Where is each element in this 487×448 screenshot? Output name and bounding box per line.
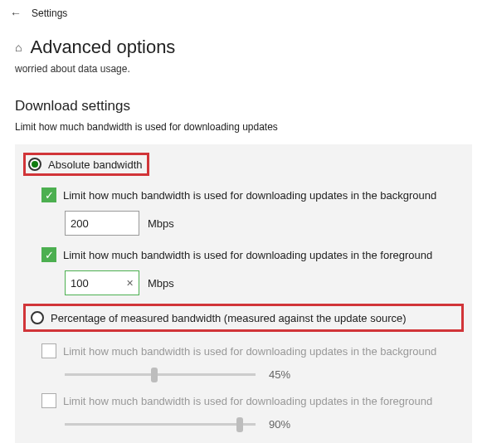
- download-section-desc: Limit how much bandwidth is used for dow…: [15, 121, 472, 133]
- checkbox-abs-background-label: Limit how much bandwidth is used for dow…: [63, 189, 436, 202]
- input-abs-foreground-value: 100: [71, 277, 89, 290]
- slider-pct-background[interactable]: [65, 367, 256, 382]
- slider-thumb-bg[interactable]: [151, 368, 158, 382]
- download-options-panel: Absolute bandwidth ✓ Limit how much band…: [15, 144, 472, 443]
- home-icon[interactable]: ⌂: [15, 41, 22, 54]
- input-abs-background[interactable]: 200: [65, 211, 139, 236]
- absolute-highlight: Absolute bandwidth: [23, 153, 149, 176]
- window-title: Settings: [32, 7, 67, 19]
- checkbox-pct-foreground[interactable]: [41, 393, 56, 408]
- slider-thumb-fg[interactable]: [236, 417, 243, 432]
- slider-pct-foreground-value: 90%: [269, 418, 302, 431]
- radio-absolute[interactable]: [28, 158, 41, 171]
- checkbox-pct-background-label: Limit how much bandwidth is used for dow…: [63, 345, 436, 358]
- checkbox-abs-background[interactable]: ✓: [41, 187, 56, 202]
- checkbox-abs-foreground[interactable]: ✓: [41, 247, 56, 262]
- radio-absolute-label: Absolute bandwidth: [48, 158, 142, 171]
- checkbox-abs-foreground-label: Limit how much bandwidth is used for dow…: [63, 249, 432, 261]
- input-abs-background-value: 200: [71, 217, 89, 230]
- download-section-title: Download settings: [15, 98, 472, 114]
- percentage-highlight: Percentage of measured bandwidth (measur…: [23, 304, 464, 332]
- page-title: Advanced options: [30, 37, 175, 58]
- unit-abs-background: Mbps: [148, 217, 174, 230]
- checkbox-pct-background[interactable]: [41, 343, 56, 358]
- input-abs-foreground[interactable]: 100 ✕: [65, 270, 139, 295]
- radio-percentage[interactable]: [31, 311, 44, 324]
- radio-percentage-label: Percentage of measured bandwidth (measur…: [51, 312, 407, 324]
- unit-abs-foreground: Mbps: [148, 277, 174, 290]
- intro-text: worried about data usage.: [15, 63, 472, 75]
- back-icon[interactable]: ←: [10, 7, 22, 20]
- slider-pct-foreground[interactable]: [65, 416, 256, 431]
- slider-pct-background-value: 45%: [269, 368, 302, 381]
- checkbox-pct-foreground-label: Limit how much bandwidth is used for dow…: [63, 395, 432, 407]
- clear-icon[interactable]: ✕: [126, 278, 134, 289]
